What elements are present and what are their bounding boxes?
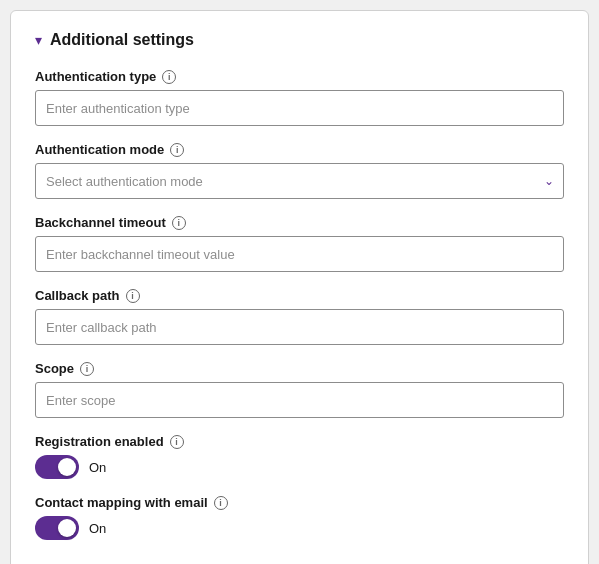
registration-enabled-field: Registration enabled i On [35,434,564,479]
registration-enabled-info-icon[interactable]: i [170,435,184,449]
scope-field: Scope i [35,361,564,418]
backchannel-timeout-field: Backchannel timeout i [35,215,564,272]
authentication-mode-select[interactable]: Select authentication mode [35,163,564,199]
registration-enabled-toggle-label: On [89,460,106,475]
authentication-mode-select-wrapper: Select authentication mode ⌄ [35,163,564,199]
contact-mapping-field: Contact mapping with email i On [35,495,564,540]
registration-enabled-label: Registration enabled i [35,434,564,449]
backchannel-timeout-input[interactable] [35,236,564,272]
registration-enabled-toggle[interactable] [35,455,79,479]
authentication-mode-label: Authentication mode i [35,142,564,157]
callback-path-input[interactable] [35,309,564,345]
contact-mapping-toggle-row: On [35,516,564,540]
registration-enabled-toggle-row: On [35,455,564,479]
authentication-type-field: Authentication type i [35,69,564,126]
scope-label: Scope i [35,361,564,376]
backchannel-timeout-info-icon[interactable]: i [172,216,186,230]
registration-enabled-slider [35,455,79,479]
authentication-mode-field: Authentication mode i Select authenticat… [35,142,564,199]
additional-settings-card: ▾ Additional settings Authentication typ… [10,10,589,564]
contact-mapping-toggle[interactable] [35,516,79,540]
contact-mapping-toggle-label: On [89,521,106,536]
callback-path-label: Callback path i [35,288,564,303]
contact-mapping-info-icon[interactable]: i [214,496,228,510]
section-title: Additional settings [50,31,194,49]
backchannel-timeout-label: Backchannel timeout i [35,215,564,230]
callback-path-info-icon[interactable]: i [126,289,140,303]
authentication-type-label: Authentication type i [35,69,564,84]
contact-mapping-label: Contact mapping with email i [35,495,564,510]
collapse-chevron-icon[interactable]: ▾ [35,32,42,48]
section-header: ▾ Additional settings [35,31,564,49]
authentication-type-input[interactable] [35,90,564,126]
authentication-type-info-icon[interactable]: i [162,70,176,84]
scope-info-icon[interactable]: i [80,362,94,376]
scope-input[interactable] [35,382,564,418]
contact-mapping-slider [35,516,79,540]
authentication-mode-info-icon[interactable]: i [170,143,184,157]
callback-path-field: Callback path i [35,288,564,345]
